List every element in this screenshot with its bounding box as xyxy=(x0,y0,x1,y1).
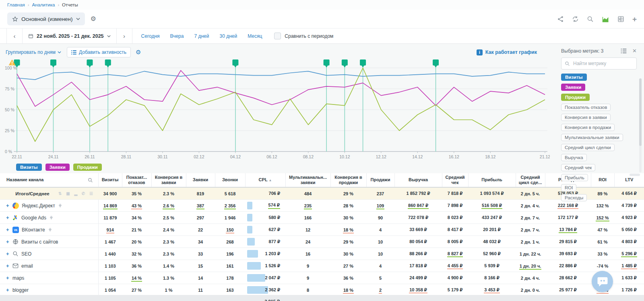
channel-name[interactable]: Google Ads xyxy=(21,215,46,221)
column-header[interactable]: Визиты xyxy=(98,173,122,187)
channel-name[interactable]: Визиты с сайтов xyxy=(21,239,58,245)
metric-search-input[interactable] xyxy=(572,60,626,67)
add-report-icon[interactable]: + xyxy=(632,15,637,23)
expand-row-button[interactable]: + xyxy=(6,203,10,208)
checkbox-box[interactable] xyxy=(274,33,281,39)
search-icon[interactable] xyxy=(587,16,594,23)
column-header[interactable]: Конверсия в продажи xyxy=(330,173,366,187)
report-selector[interactable]: Основной (изменен) xyxy=(7,12,85,25)
channel-cell: +email xyxy=(0,260,98,272)
metric-chip-available[interactable]: Прибыль xyxy=(561,174,588,181)
column-header[interactable]: Прибыль xyxy=(468,173,516,187)
channel-name[interactable]: SEO xyxy=(21,251,31,257)
expand-row-button[interactable]: + xyxy=(6,287,10,293)
table-row[interactable]: +Визиты с сайтов1 46720 %2.3 %34268877 ₽… xyxy=(0,236,644,248)
refresh-icon[interactable] xyxy=(572,16,579,23)
metric-chip-available[interactable]: Конверсия в продажи xyxy=(561,124,615,131)
close-icon[interactable]: ✕ xyxy=(632,48,637,54)
metric-search-box xyxy=(561,57,637,70)
metric-chip-available[interactable]: ROI xyxy=(561,184,576,191)
metric-chip-available[interactable]: Средний цикл сделки xyxy=(561,144,615,151)
legend-chip[interactable]: Визиты xyxy=(16,164,42,171)
report-settings-gear-icon[interactable]: ⚙ xyxy=(91,16,96,22)
breadcrumb-analytics[interactable]: Аналитика xyxy=(32,2,55,7)
share-icon[interactable] xyxy=(557,16,564,23)
how-it-works-link[interactable]: i Как работает график xyxy=(477,49,537,55)
legend-chip[interactable]: Заявки xyxy=(45,164,70,171)
date-preset-2[interactable]: 7 дней xyxy=(194,33,209,39)
metrics-list-icon[interactable] xyxy=(621,49,627,53)
metrics-scrollbar-thumb[interactable] xyxy=(639,78,642,146)
date-preset-1[interactable]: Вчера xyxy=(170,33,184,39)
column-header[interactable]: Показат... отказов xyxy=(122,173,151,187)
table-row[interactable]: +email1 10336 %1.4 %151611 526 ₽927 %417… xyxy=(0,260,644,272)
column-header[interactable]: Продажи xyxy=(366,173,394,187)
cell-value: 14 869 xyxy=(103,203,118,209)
totals-row-icons[interactable]: ⇅ ▦ ▂ ✆ ☰ xyxy=(58,191,95,196)
metric-chip-selected[interactable]: Визиты xyxy=(561,74,587,81)
metric-chip-available[interactable]: Средний чек xyxy=(561,164,595,171)
date-preset-0[interactable]: Сегодня xyxy=(141,33,160,39)
column-header[interactable]: Конверсия в заявки xyxy=(151,173,186,187)
date-preset-4[interactable]: Месяц xyxy=(248,33,262,39)
metric-chip-available[interactable]: Конверсия в заявки xyxy=(561,114,611,121)
expand-row-button[interactable]: + xyxy=(6,215,10,220)
metric-chip-selected[interactable]: Продажи xyxy=(561,94,590,101)
metric-chip-available[interactable]: Мультиканальные заявки xyxy=(561,134,623,141)
channel-name[interactable]: ВКонтакте xyxy=(22,227,45,233)
column-header[interactable]: Мультиканальн... заявки xyxy=(285,173,330,187)
excel-export-icon[interactable] xyxy=(617,16,624,23)
column-header[interactable]: CPL ▲ xyxy=(245,173,285,187)
metric-cell: 33 xyxy=(186,248,215,260)
expand-row-button[interactable]: + xyxy=(6,251,10,256)
next-period-button[interactable]: › xyxy=(116,29,132,43)
legend-chip[interactable]: Продажи xyxy=(73,164,102,171)
group-by-dropdown[interactable]: Группировать по дням xyxy=(6,49,61,55)
metric-chip-available[interactable]: Расходы xyxy=(561,194,587,201)
table-row[interactable]: +VKВКонтакте91421 %2.4 %22150627 ₽1218 %… xyxy=(0,224,644,236)
expand-row-button[interactable]: + xyxy=(6,227,10,232)
report-name: Основной (изменен) xyxy=(21,16,73,22)
metric-cell: 8 xyxy=(285,284,330,296)
column-header[interactable]: Звонки xyxy=(215,173,245,187)
date-range-selector[interactable]: 22 нояб. 2025 - 21 дек. 2025 xyxy=(22,29,116,43)
metric-chip-selected[interactable]: Заявки xyxy=(561,84,585,91)
add-activity-button[interactable]: Добавить активность xyxy=(67,47,131,57)
support-chat-button[interactable] xyxy=(592,271,613,292)
column-header[interactable]: Заявки xyxy=(186,173,215,187)
table-row[interactable]: +maps1 10514 %1.3 %141782 047 ₽936 %524 … xyxy=(0,272,644,284)
compare-period-checkbox[interactable]: Сравнить с периодом xyxy=(274,33,333,39)
column-header[interactable]: Средний чек xyxy=(442,173,468,187)
bottom-scroll-strip[interactable] xyxy=(0,295,644,301)
date-preset-3[interactable]: 30 дней xyxy=(219,33,237,39)
channel-name[interactable]: blogger xyxy=(12,287,29,293)
table-row[interactable]: +Google Ads11 87934 %2.5 %2971 946580 ₽1… xyxy=(0,212,644,224)
chart-settings-gear-icon[interactable]: ⚙ xyxy=(136,49,141,56)
metric-cell: 8 827 ₽ xyxy=(442,248,468,260)
table-row[interactable]: +blogger1 05427 %1 %111632 362 ₽818 %210… xyxy=(0,284,644,296)
metrics-line-chart[interactable]: 100 %75 %50 %25 %0 %22.1124.1126.1128.11… xyxy=(2,58,550,164)
chart-view-icon[interactable] xyxy=(602,16,609,23)
metric-chip-available[interactable]: Показатель отказов xyxy=(561,104,611,111)
metric-cell: 21 % xyxy=(122,224,151,236)
prev-period-button[interactable]: ‹ xyxy=(6,29,22,43)
metric-chip-available[interactable]: Выручка xyxy=(561,154,587,161)
date-bar: ‹ 22 нояб. 2025 - 21 дек. 2025 › Сегодня… xyxy=(0,28,644,44)
expand-row-button[interactable]: + xyxy=(6,263,10,268)
table-row[interactable]: +Яндекс.Директ14 86943 %2.6 %3872 356574… xyxy=(0,200,644,212)
column-header[interactable]: Средний цикл сде... xyxy=(516,173,545,187)
star-icon[interactable] xyxy=(12,16,18,22)
column-header[interactable]: Выручка xyxy=(394,173,442,187)
column-header-channel[interactable]: Название канала xyxy=(0,173,98,187)
expand-row-button[interactable]: + xyxy=(6,239,10,244)
expand-row-button[interactable]: + xyxy=(6,275,10,281)
breadcrumb-home[interactable]: Главная xyxy=(7,2,25,7)
table-scroll-pill[interactable] xyxy=(630,174,640,176)
channel-name[interactable]: Яндекс.Директ xyxy=(22,203,55,209)
cpl-cell: 2 362 ₽ xyxy=(245,284,285,296)
channel-search-icon[interactable] xyxy=(88,178,93,183)
channel-name[interactable]: email xyxy=(21,263,33,269)
metric-cell: 2.4 % xyxy=(151,224,186,236)
channel-name[interactable]: maps xyxy=(12,275,24,281)
table-row[interactable]: +SEO1 44032 %2.3 %331961 203 ₽1630 %1088… xyxy=(0,248,644,260)
